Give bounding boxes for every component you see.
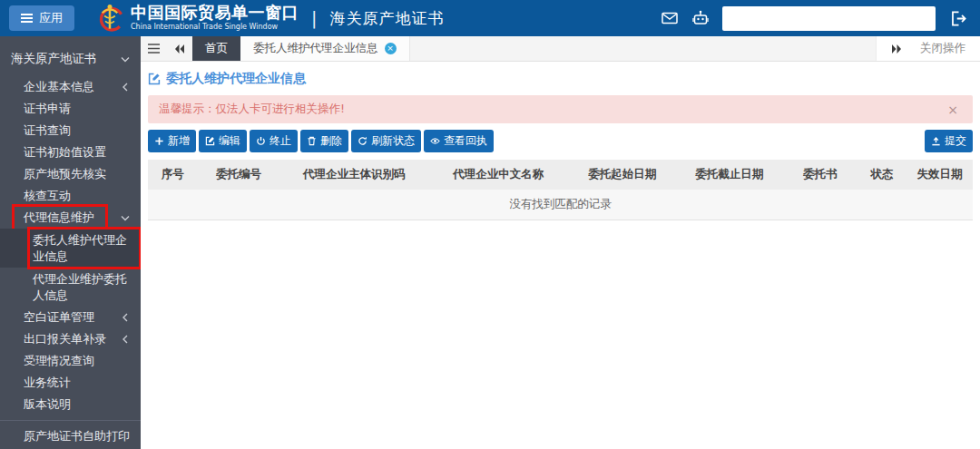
plus-icon [154, 136, 164, 146]
sidebar-item-label: 企业基本信息 [24, 81, 94, 93]
sidebar-item-acceptance-status-query[interactable]: 受理情况查询 [0, 350, 141, 372]
module-title: 海关原产地证书 [329, 8, 444, 29]
robot-icon[interactable] [691, 9, 710, 27]
logout-icon[interactable] [950, 10, 967, 27]
mail-icon[interactable] [661, 9, 679, 27]
brand-logo-caduceus-icon [96, 3, 123, 34]
button-label: 新增 [168, 133, 190, 149]
alert-close-icon[interactable]: × [944, 102, 962, 117]
brand-block: 中国国际贸易单一窗口 China International Trade Sin… [131, 5, 299, 31]
col-expiry-date: 失效日期 [906, 160, 973, 190]
sidebar-item-label: 证书初始值设置 [24, 146, 106, 159]
tab-strip-right-controls: 关闭操作 [876, 36, 980, 61]
sidebar-item-agent-maintain-principal-info[interactable]: 代理企业维护委托人信息 [0, 268, 141, 307]
hamburger-icon [21, 12, 33, 24]
brand-title: 中国国际贸易单一窗口 [131, 5, 299, 22]
sidebar-item-label: 原产地预先核实 [24, 168, 106, 181]
main-content: 首页 委托人维护代理企业信息 × 关闭操作 [141, 36, 980, 449]
trash-icon [307, 136, 317, 146]
chevron-left-icon [121, 83, 130, 92]
header-divider: | [311, 8, 317, 28]
sidebar-item-label: 版本说明 [24, 398, 71, 411]
app-window: 应用 中国国际贸易单一窗口 China International Trade … [0, 0, 980, 449]
edit-icon [205, 136, 215, 146]
col-power-of-attorney: 委托书 [783, 160, 858, 190]
sidebar-item-business-statistics[interactable]: 业务统计 [0, 372, 141, 394]
sidebar-item-certificate-apply[interactable]: 证书申请 [0, 98, 141, 120]
col-seq-no: 序号 [148, 160, 198, 190]
sidebar-item-label: 核查互动 [24, 190, 71, 202]
delete-button[interactable]: 删除 [300, 130, 348, 152]
sidebar-item-label: 受理情况查询 [24, 355, 94, 367]
sidebar-root-customs-coo[interactable]: 海关原产地证书 [0, 44, 141, 76]
sidebar-item-company-basic-info[interactable]: 企业基本信息 [0, 76, 141, 98]
page-title-row: 委托人维护代理企业信息 [141, 62, 980, 91]
button-label: 编辑 [219, 133, 240, 149]
submit-button[interactable]: 提交 [925, 130, 973, 152]
button-label: 提交 [945, 133, 966, 149]
sidebar-item-label: 出口报关单补录 [24, 333, 106, 346]
col-delegation-no: 委托编号 [198, 160, 280, 190]
top-header: 应用 中国国际贸易单一窗口 China International Trade … [0, 0, 980, 36]
chevron-down-icon [121, 215, 130, 221]
sidebar-item-blank-certificate-management[interactable]: 空白证单管理 [0, 307, 141, 328]
sidebar-item-label: 空白证单管理 [24, 311, 94, 324]
refresh-status-button[interactable]: 刷新状态 [351, 130, 421, 152]
apps-menu-label: 应用 [39, 10, 63, 26]
col-agent-cn-name: 代理企业中文名称 [428, 160, 569, 190]
button-label: 查看回执 [444, 133, 487, 149]
button-label: 删除 [320, 133, 342, 149]
view-receipt-button[interactable]: 查看回执 [424, 130, 494, 152]
alert-message: 温馨提示：仅法人卡可进行相关操作! [159, 102, 345, 117]
refresh-icon [358, 136, 368, 146]
add-button[interactable]: 新增 [148, 130, 196, 152]
sidebar-item-label: 代理信息维护 [24, 211, 94, 224]
col-start-date: 委托起始日期 [569, 160, 676, 190]
sidebar-item-version-notes[interactable]: 版本说明 [0, 394, 141, 415]
col-agent-entity-id: 代理企业主体识别码 [279, 160, 428, 190]
sidebar-item-label: 业务统计 [24, 376, 71, 389]
sidebar-item-label: 委托人维护代理企业信息 [33, 233, 127, 263]
empty-state-message: 没有找到匹配的记录 [148, 190, 973, 220]
button-label: 终止 [270, 133, 291, 149]
sidebar-item-coo-self-service-print[interactable]: 原产地证书自助打印 [0, 425, 141, 447]
chevron-left-icon [121, 335, 130, 344]
collapse-sidebar-icon[interactable] [141, 36, 167, 61]
sidebar-item-certificate-query[interactable]: 证书查询 [0, 120, 141, 142]
terminate-button[interactable]: 终止 [250, 130, 298, 152]
sidebar-item-origin-pre-verification[interactable]: 原产地预先核实 [0, 163, 141, 185]
scroll-tabs-right-icon[interactable] [891, 40, 902, 57]
delegation-table: 序号 委托编号 代理企业主体识别码 代理企业中文名称 委托起始日期 委托截止日期… [148, 160, 973, 220]
brand-subtitle: China International Trade Single Window [131, 24, 299, 31]
eye-icon [430, 136, 440, 146]
table-empty-row: 没有找到匹配的记录 [148, 190, 973, 220]
apps-menu-button[interactable]: 应用 [9, 5, 74, 31]
sidebar-item-verification-interaction[interactable]: 核查互动 [0, 185, 141, 207]
sidebar-item-agent-info-maintenance[interactable]: 代理信息维护 [0, 207, 141, 229]
tab-label: 委托人维护代理企业信息 [253, 41, 378, 56]
page-title: 委托人维护代理企业信息 [166, 71, 306, 87]
close-operations-menu[interactable]: 关闭操作 [920, 41, 965, 56]
sidebar-item-label: 证书查询 [24, 124, 71, 137]
sidebar-root-label: 海关原产地证书 [11, 51, 97, 67]
warning-alert: 温馨提示：仅法人卡可进行相关操作! × [148, 95, 973, 123]
header-user-input[interactable] [722, 6, 936, 31]
col-status: 状态 [858, 160, 907, 190]
sidebar-item-principal-maintain-agent-info[interactable]: 委托人维护代理企业信息 [0, 229, 141, 268]
col-end-date: 委托截止日期 [676, 160, 783, 190]
tab-label: 首页 [205, 41, 228, 56]
edit-button[interactable]: 编辑 [199, 130, 247, 152]
scroll-tabs-left-icon[interactable] [167, 36, 192, 61]
chevron-left-icon [121, 313, 130, 322]
tab-strip: 首页 委托人维护代理企业信息 × 关闭操作 [141, 36, 980, 62]
tab-home[interactable]: 首页 [192, 36, 240, 61]
sidebar-item-certificate-initial-settings[interactable]: 证书初始值设置 [0, 142, 141, 163]
tab-close-icon[interactable]: × [385, 43, 397, 54]
sidebar-item-label: 证书申请 [24, 102, 71, 115]
tab-principal-maintain-agent-info[interactable]: 委托人维护代理企业信息 × [240, 36, 410, 61]
button-label: 刷新状态 [371, 133, 415, 149]
sidebar-nav: 海关原产地证书 企业基本信息 证书申请 证书查询 证书初始值设置 原产地预先核实… [0, 36, 141, 449]
edit-page-icon [148, 73, 161, 85]
sidebar-item-export-declaration-supplement[interactable]: 出口报关单补录 [0, 328, 141, 350]
sidebar-section-divider [0, 420, 141, 421]
